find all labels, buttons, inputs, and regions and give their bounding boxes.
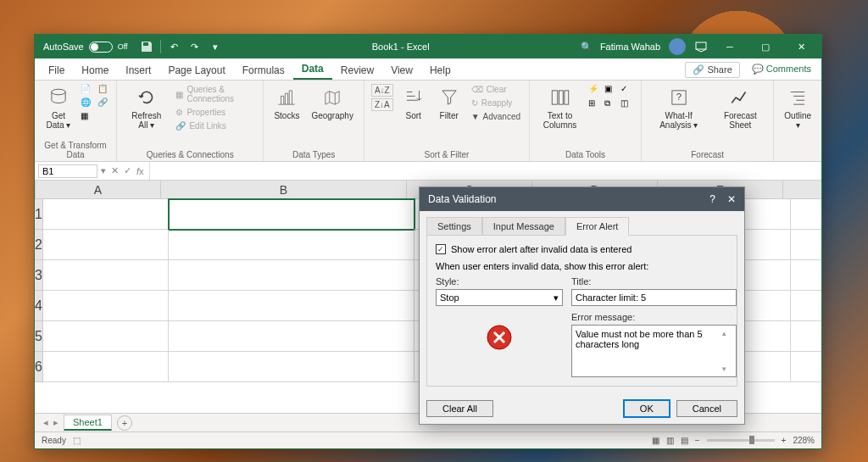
view-break-icon[interactable]: ▤: [681, 436, 688, 445]
tab-file[interactable]: File: [40, 61, 73, 80]
search-icon[interactable]: 🔍: [580, 40, 593, 53]
sheet-tab-1[interactable]: Sheet1: [64, 415, 112, 431]
cell-b1[interactable]: [169, 199, 415, 230]
macro-record-icon[interactable]: ⬚: [73, 436, 81, 445]
from-table-icon[interactable]: ▦: [81, 111, 92, 123]
view-normal-icon[interactable]: ▦: [652, 436, 659, 445]
data-model-icon[interactable]: ◫: [620, 98, 632, 110]
dialog-close-button[interactable]: ✕: [727, 193, 736, 205]
cell[interactable]: [43, 321, 169, 352]
ok-button[interactable]: OK: [624, 400, 670, 417]
tab-data[interactable]: Data: [293, 59, 332, 80]
undo-icon[interactable]: ↶: [168, 40, 181, 53]
comments-button[interactable]: 💬 Comments: [747, 62, 816, 78]
cell[interactable]: [43, 352, 169, 382]
forecast-sheet-button[interactable]: Forecast Sheet: [714, 84, 766, 131]
cell[interactable]: [43, 199, 169, 230]
user-avatar[interactable]: [669, 38, 686, 55]
recent-sources-icon[interactable]: 📋: [97, 84, 109, 96]
queries-connections-button[interactable]: ▦ Queries & Connections: [174, 84, 256, 104]
add-sheet-button[interactable]: +: [117, 415, 132, 431]
zoom-slider[interactable]: [707, 439, 775, 442]
cell[interactable]: [43, 230, 169, 260]
advanced-filter-button[interactable]: ▼ Advanced: [470, 111, 522, 122]
clear-filter-button[interactable]: ⌫ Clear: [470, 84, 522, 95]
properties-button[interactable]: ⚙ Properties: [174, 107, 256, 118]
sort-az-button[interactable]: A↓Z: [371, 84, 393, 97]
view-page-icon[interactable]: ▥: [666, 436, 674, 445]
enter-formula-icon[interactable]: ✓: [124, 165, 131, 176]
select-all-cell[interactable]: [35, 181, 36, 199]
col-head-a[interactable]: A: [36, 181, 161, 199]
dialog-tab-settings[interactable]: Settings: [426, 217, 482, 236]
cell[interactable]: [791, 291, 821, 321]
cell[interactable]: [43, 260, 169, 291]
sort-za-button[interactable]: Z↓A: [371, 98, 393, 111]
sheet-nav-prev-icon[interactable]: ◂: [43, 417, 48, 428]
minimize-button[interactable]: ─: [713, 35, 747, 58]
relationships-icon[interactable]: ⧉: [604, 98, 616, 110]
save-icon[interactable]: [140, 40, 153, 53]
tab-review[interactable]: Review: [332, 61, 382, 80]
cell[interactable]: [791, 321, 821, 352]
text-to-columns-button[interactable]: Text to Columns: [537, 84, 583, 131]
consolidate-icon[interactable]: ⊞: [588, 98, 600, 110]
clear-all-button[interactable]: Clear All: [426, 400, 493, 417]
row-head-5[interactable]: 5: [35, 321, 43, 352]
existing-conn-icon[interactable]: 🔗: [97, 97, 109, 109]
fx-icon[interactable]: fx: [136, 166, 144, 176]
cell[interactable]: [169, 321, 415, 352]
scroll-down-icon[interactable]: ▾: [722, 365, 734, 373]
zoom-out-button[interactable]: −: [695, 436, 700, 445]
get-data-button[interactable]: Get Data ▾: [42, 84, 75, 131]
title-input[interactable]: [571, 289, 737, 306]
cell[interactable]: [169, 230, 415, 260]
flash-fill-icon[interactable]: ⚡: [588, 84, 600, 96]
tab-help[interactable]: Help: [421, 61, 459, 80]
col-head-f[interactable]: F: [783, 181, 821, 199]
ribbon-options-icon[interactable]: [694, 40, 708, 53]
data-validation-icon[interactable]: ✓: [620, 84, 632, 96]
cell[interactable]: [169, 291, 415, 321]
cancel-button[interactable]: Cancel: [676, 400, 737, 417]
row-head-4[interactable]: 4: [35, 291, 43, 321]
formula-bar[interactable]: [149, 162, 821, 180]
tab-insert[interactable]: Insert: [117, 61, 159, 80]
from-text-icon[interactable]: 📄: [81, 84, 92, 96]
autosave-toggle[interactable]: [89, 42, 113, 53]
stocks-button[interactable]: Stocks: [270, 84, 303, 122]
sheet-nav-next-icon[interactable]: ▸: [53, 417, 58, 428]
outline-button[interactable]: Outline ▾: [781, 84, 815, 131]
filter-button[interactable]: Filter: [434, 84, 465, 122]
cell[interactable]: [169, 260, 415, 291]
reapply-button[interactable]: ↻ Reapply: [470, 97, 522, 109]
close-button[interactable]: ✕: [784, 35, 818, 58]
tab-view[interactable]: View: [382, 61, 421, 80]
refresh-all-button[interactable]: Refresh All ▾: [124, 84, 169, 131]
cell[interactable]: [791, 352, 821, 382]
show-error-checkbox[interactable]: ✓: [436, 244, 446, 254]
cell[interactable]: [169, 352, 415, 382]
cell[interactable]: [43, 291, 169, 321]
geography-button[interactable]: Geography: [308, 84, 356, 122]
tab-home[interactable]: Home: [73, 61, 117, 80]
cancel-formula-icon[interactable]: ✕: [111, 165, 119, 176]
row-head-3[interactable]: 3: [35, 260, 43, 291]
dialog-tab-error-alert[interactable]: Error Alert: [565, 217, 630, 236]
zoom-in-button[interactable]: +: [782, 436, 787, 445]
error-message-textarea[interactable]: Value must not be more than 5 characters…: [571, 325, 737, 377]
from-web-icon[interactable]: 🌐: [81, 97, 92, 109]
style-select[interactable]: Stop▾: [436, 289, 563, 306]
tab-formulas[interactable]: Formulas: [234, 61, 293, 80]
cell[interactable]: [791, 199, 821, 230]
redo-icon[interactable]: ↷: [188, 40, 202, 53]
sort-button[interactable]: Sort: [398, 84, 429, 122]
dialog-tab-input-message[interactable]: Input Message: [482, 217, 565, 236]
tab-page-layout[interactable]: Page Layout: [159, 61, 233, 80]
cell[interactable]: [791, 230, 821, 260]
col-head-b[interactable]: B: [161, 181, 407, 199]
user-name[interactable]: Fatima Wahab: [600, 42, 660, 52]
row-head-2[interactable]: 2: [35, 230, 43, 260]
scroll-up-icon[interactable]: ▴: [722, 329, 734, 337]
share-button[interactable]: 🔗 Share: [685, 62, 739, 78]
